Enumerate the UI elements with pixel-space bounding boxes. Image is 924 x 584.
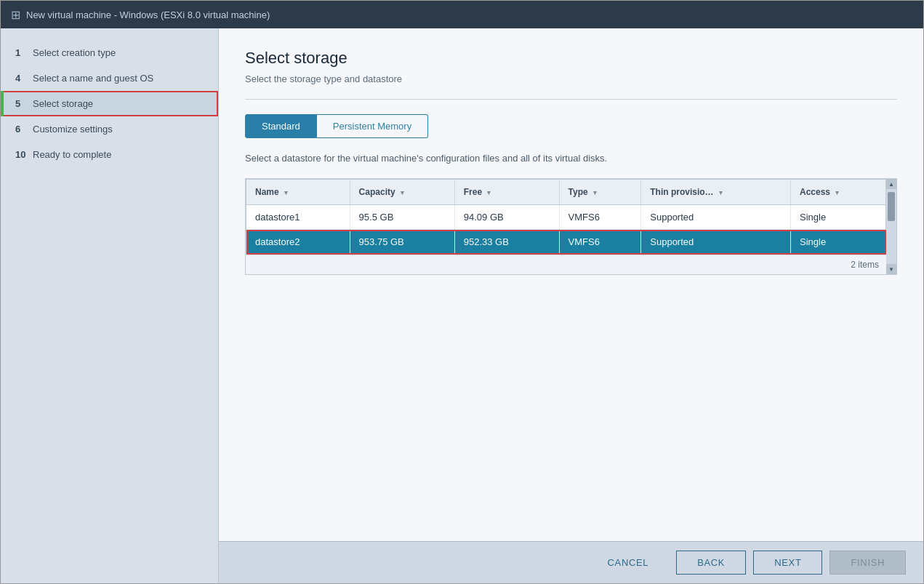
cell-access: Single <box>790 230 885 255</box>
divider <box>245 99 897 100</box>
table-row[interactable]: datastore195.5 GB94.09 GBVMFS6SupportedS… <box>246 205 886 230</box>
cell-thin-provisioning: Supported <box>641 230 791 255</box>
tab-standard[interactable]: Standard <box>245 114 317 138</box>
sidebar-item-step4[interactable]: 4 Select a name and guest OS <box>1 65 218 91</box>
next-button[interactable]: NEXT <box>753 551 822 575</box>
step6-label: Customize settings <box>33 124 113 135</box>
col-capacity[interactable]: Capacity ▾ <box>350 180 454 205</box>
content-area: Select storage Select the storage type a… <box>219 28 923 583</box>
thin-sort-icon: ▾ <box>719 189 723 196</box>
content-scroll: Select storage Select the storage type a… <box>219 28 923 541</box>
main-content: 1 Select creation type 4 Select a name a… <box>1 28 923 583</box>
cell-free: 94.09 GB <box>454 205 559 230</box>
cell-type: VMFS6 <box>559 230 641 255</box>
type-sort-icon: ▾ <box>593 189 597 196</box>
tabs-container: Standard Persistent Memory <box>245 114 897 138</box>
col-thin-provisioning[interactable]: Thin provisio… ▾ <box>641 180 791 205</box>
back-button[interactable]: BACK <box>676 551 746 575</box>
page-subtitle: Select the storage type and datastore <box>245 73 897 84</box>
table-wrapper: Name ▾ Capacity ▾ Free ▾ T <box>246 179 886 274</box>
sidebar-item-step10[interactable]: 10 Ready to complete <box>1 142 218 167</box>
tab-persistent-memory[interactable]: Persistent Memory <box>317 114 428 138</box>
main-window: ⊞ New virtual machine - Windows (ESXi 8.… <box>0 0 924 584</box>
scrollbar-track: ▲ ▼ <box>886 179 896 274</box>
col-free[interactable]: Free ▾ <box>454 180 559 205</box>
page-title: Select storage <box>245 49 897 68</box>
step6-num: 6 <box>15 124 28 135</box>
scroll-thumb[interactable] <box>888 192 895 221</box>
table-container: Name ▾ Capacity ▾ Free ▾ T <box>245 178 897 275</box>
cell-thin-provisioning: Supported <box>641 205 791 230</box>
col-type[interactable]: Type ▾ <box>559 180 641 205</box>
cell-free: 952.33 GB <box>454 230 559 255</box>
sidebar: 1 Select creation type 4 Select a name a… <box>1 28 219 583</box>
cell-access: Single <box>790 205 885 230</box>
name-sort-icon: ▾ <box>284 189 288 196</box>
step1-label: Select creation type <box>33 47 116 58</box>
access-sort-icon: ▾ <box>835 189 839 196</box>
table-footer: 2 items <box>246 255 886 274</box>
capacity-sort-icon: ▾ <box>401 189 404 196</box>
step10-num: 10 <box>15 149 28 160</box>
step10-label: Ready to complete <box>33 149 111 160</box>
step5-num: 5 <box>15 98 28 109</box>
table-header-row: Name ▾ Capacity ▾ Free ▾ T <box>246 180 886 205</box>
cell-capacity: 95.5 GB <box>350 205 454 230</box>
sidebar-item-step6[interactable]: 6 Customize settings <box>1 116 218 142</box>
step5-label: Select storage <box>33 98 93 109</box>
finish-button: FINISH <box>829 551 906 575</box>
window-title: New virtual machine - Windows (ESXi 8.0 … <box>26 9 270 20</box>
sidebar-item-step1[interactable]: 1 Select creation type <box>1 40 218 65</box>
cell-name: datastore2 <box>246 230 350 255</box>
step4-num: 4 <box>15 73 28 84</box>
table-row[interactable]: datastore2953.75 GB952.33 GBVMFS6Support… <box>246 230 886 255</box>
col-access[interactable]: Access ▾ <box>790 180 885 205</box>
cell-type: VMFS6 <box>559 205 641 230</box>
item-count: 2 items <box>851 260 879 270</box>
free-sort-icon: ▾ <box>487 189 491 196</box>
step1-num: 1 <box>15 47 28 58</box>
tab-description: Select a datastore for the virtual machi… <box>245 153 897 164</box>
col-name[interactable]: Name ▾ <box>246 180 350 205</box>
cell-capacity: 953.75 GB <box>350 230 454 255</box>
sidebar-item-step5[interactable]: 5 Select storage <box>1 91 218 116</box>
step4-label: Select a name and guest OS <box>33 73 153 84</box>
vm-icon: ⊞ <box>11 8 20 22</box>
scroll-up-arrow[interactable]: ▲ <box>886 179 896 189</box>
datastore-table: Name ▾ Capacity ▾ Free ▾ T <box>246 179 886 255</box>
cell-name: datastore1 <box>246 205 350 230</box>
title-bar: ⊞ New virtual machine - Windows (ESXi 8.… <box>1 1 923 28</box>
footer: CANCEL BACK NEXT FINISH <box>219 541 923 583</box>
scroll-down-arrow[interactable]: ▼ <box>886 264 896 274</box>
cancel-button[interactable]: CANCEL <box>587 551 670 574</box>
